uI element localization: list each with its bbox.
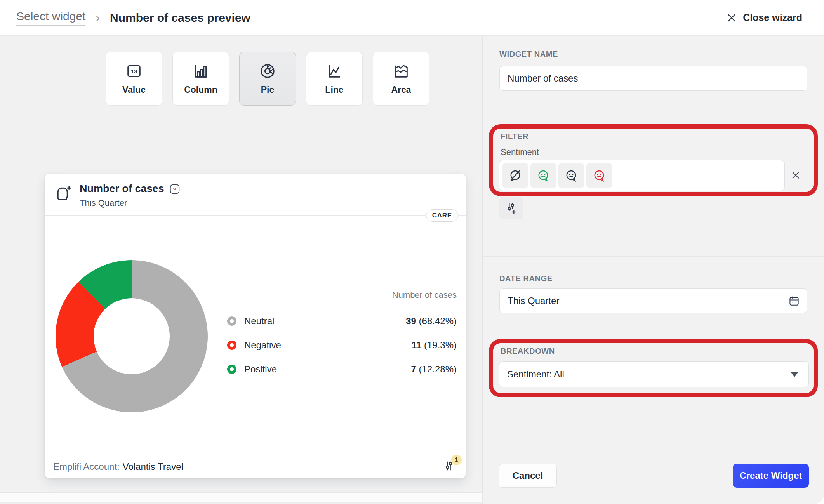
widget-type-label: Pie <box>261 85 275 95</box>
date-range-value: This Quarter <box>508 295 559 306</box>
legend-row-positive: Positive 7 (12.28%) <box>227 361 457 377</box>
close-wizard-label: Close wizard <box>743 12 802 23</box>
sentiment-positive-icon <box>536 169 550 182</box>
donut-chart <box>56 260 208 412</box>
widget-preview-card: Number of cases ? This Quarter CARE Numb… <box>45 174 466 478</box>
widget-type-area[interactable]: Area <box>373 52 429 106</box>
filter-count-badge: 1 <box>451 455 462 465</box>
value-widget-icon: 13 <box>125 62 143 80</box>
close-icon <box>727 13 737 23</box>
widget-type-label: Line <box>325 85 343 95</box>
neutral-marker-icon <box>227 316 236 326</box>
care-badge: CARE <box>426 209 458 222</box>
widget-type-label: Column <box>184 85 217 95</box>
breadcrumb-separator-icon: › <box>96 10 100 25</box>
widget-wizard: Select widget › Number of cases preview … <box>0 0 824 504</box>
legend-percent: (12.28%) <box>419 364 457 374</box>
sentiment-negative-icon <box>592 169 606 182</box>
legend-label: Positive <box>244 364 277 375</box>
date-range-label: DATE RANGE <box>499 274 553 283</box>
sentiment-filter-field <box>499 160 785 191</box>
widget-type-pie[interactable]: Pie <box>239 52 296 106</box>
chevron-down-icon <box>791 372 798 377</box>
donut-hole <box>94 298 170 374</box>
sentiment-unset-icon <box>508 169 522 182</box>
widget-name-label: WIDGET NAME <box>499 50 558 59</box>
top-bar: Select widget › Number of cases preview … <box>0 0 824 36</box>
breakdown-label: BREAKDOWN <box>501 347 555 356</box>
bottom-edge <box>0 502 482 504</box>
add-filter-button[interactable] <box>499 197 523 219</box>
breadcrumb-select-widget[interactable]: Select widget <box>16 10 85 26</box>
legend-value: 39 <box>406 316 416 326</box>
legend-label: Negative <box>244 340 281 351</box>
remove-filter-x-icon <box>790 170 801 181</box>
legend-row-neutral: Neutral 39 (68.42%) <box>227 313 457 329</box>
widget-type-column[interactable]: Column <box>172 52 229 106</box>
widget-name-field <box>499 66 807 91</box>
cancel-button[interactable]: Cancel <box>499 464 557 488</box>
pie-widget-icon <box>259 62 276 80</box>
legend-percent: (68.42%) <box>419 316 457 326</box>
widget-type-selector: 13 Value Column Pie <box>106 52 429 106</box>
widget-type-value[interactable]: 13 Value <box>106 52 162 106</box>
card-divider <box>45 215 466 216</box>
sentiment-filter-label: Sentiment <box>501 147 539 157</box>
settings-panel: WIDGET NAME FILTER Sentiment <box>482 36 824 504</box>
card-footer: Emplifi Account:Volantis Travel 1 <box>45 455 466 478</box>
sentiment-neutral-chip[interactable] <box>558 163 584 188</box>
calendar-icon <box>788 295 800 307</box>
account-label: Emplifi Account: <box>53 461 120 472</box>
widget-type-line[interactable]: Line <box>306 52 363 106</box>
positive-marker-icon <box>227 365 236 374</box>
breakdown-value: Sentiment: All <box>507 369 564 380</box>
remove-filter-button[interactable] <box>789 168 803 182</box>
page-title: Number of cases preview <box>110 11 250 24</box>
widget-type-label: Value <box>122 85 146 95</box>
account-value: Volantis Travel <box>123 461 183 472</box>
card-filter-button[interactable]: 1 <box>443 460 456 473</box>
area-widget-icon <box>392 62 410 80</box>
negative-marker-icon <box>227 341 236 350</box>
card-date-range: This Quarter <box>80 198 127 208</box>
card-header: Number of cases ? This Quarter <box>45 174 466 215</box>
legend-value: 7 <box>411 364 416 374</box>
widget-type-label: Area <box>391 85 411 95</box>
date-range-field[interactable]: This Quarter <box>499 288 807 313</box>
legend-value: 11 <box>412 340 421 350</box>
svg-text:13: 13 <box>130 68 137 75</box>
breakdown-select[interactable]: Sentiment: All <box>499 361 809 387</box>
column-widget-icon <box>192 62 210 80</box>
legend-column-header: Number of cases <box>227 290 457 300</box>
sentiment-neutral-icon <box>564 169 578 182</box>
card-title: Number of cases <box>80 183 164 195</box>
help-icon[interactable]: ? <box>169 183 181 195</box>
legend-percent: (19.3%) <box>424 340 457 350</box>
svg-text:?: ? <box>173 186 176 192</box>
add-filter-icon <box>505 202 517 214</box>
sentiment-negative-chip[interactable] <box>586 163 612 188</box>
legend-label: Neutral <box>244 316 274 327</box>
sentiment-positive-chip[interactable] <box>530 163 556 188</box>
case-add-icon <box>54 184 73 203</box>
legend-row-negative: Negative 11 (19.3%) <box>227 337 457 353</box>
filter-section-label: FILTER <box>501 132 528 141</box>
create-widget-button[interactable]: Create Widget <box>733 464 809 488</box>
sentiment-unset-chip[interactable] <box>502 163 528 188</box>
line-widget-icon <box>325 62 343 80</box>
panel-divider <box>483 256 824 257</box>
account-info: Emplifi Account:Volantis Travel <box>53 461 183 472</box>
chart-legend: Number of cases Neutral 39 (68.42%) Nega… <box>227 290 457 386</box>
close-wizard-button[interactable]: Close wizard <box>727 12 802 23</box>
widget-name-input[interactable] <box>500 73 807 84</box>
